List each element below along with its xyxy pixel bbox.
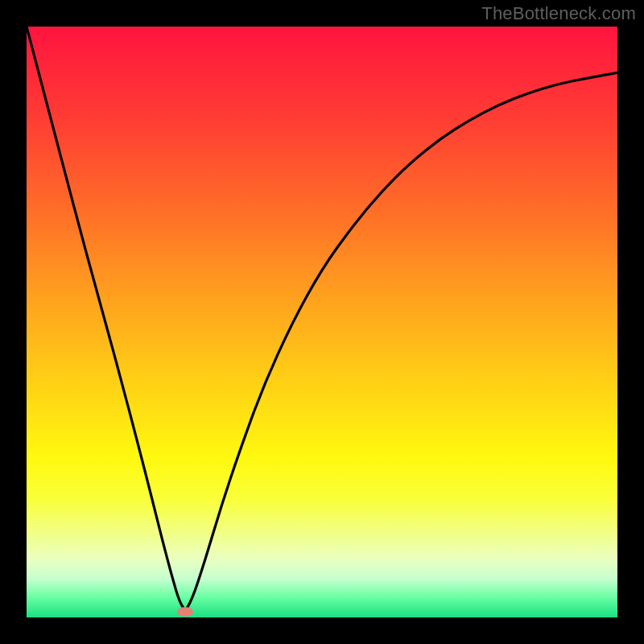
watermark-text: TheBottleneck.com — [481, 3, 636, 24]
chart-viewport: { "watermark": "TheBottleneck.com", "plo… — [0, 0, 644, 644]
optimal-point-marker — [177, 607, 193, 617]
plot-background — [27, 27, 617, 617]
bottleneck-chart — [0, 0, 644, 644]
